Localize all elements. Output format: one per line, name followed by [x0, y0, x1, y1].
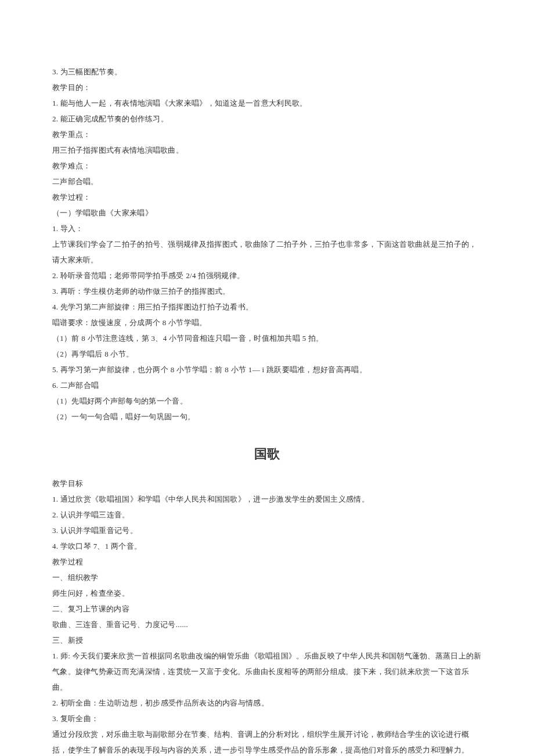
text-line: 1. 能与他人一起，有表情地演唱《大家来唱》，知道这是一首意大利民歌。 [52, 95, 482, 111]
section-title: 国歌 [52, 445, 482, 463]
text-line: 教学过程 [52, 554, 482, 570]
text-line: 一、组织教学 [52, 570, 482, 585]
text-line: 1. 导入： [52, 221, 482, 236]
text-line: 3. 认识并学唱重音记号。 [52, 523, 482, 538]
text-line: 1. 师: 今天我们要来欣赏一首根据同名歌曲改编的铜管乐曲《歌唱祖国》。乐曲反映… [52, 648, 482, 695]
text-line: 二声部合唱。 [52, 174, 482, 189]
text-line: 三、新授 [52, 632, 482, 648]
text-line: 唱谱要求：放慢速度，分成两个 8 小节学唱。 [52, 315, 482, 330]
text-line: 1. 通过欣赏《歌唱祖国》和学唱《中华人民共和国国歌》，进一步激发学生的爱国主义… [52, 491, 482, 507]
text-line: 歌曲、三连音、重音记号、力度记号...... [52, 617, 482, 632]
text-line: 2. 认识并学唱三连音。 [52, 507, 482, 523]
text-line: （一）学唱歌曲《大家来唱》 [52, 205, 482, 221]
text-line: 4. 学吹口琴 7、1 两个音。 [52, 538, 482, 554]
text-line: 3. 复听全曲： [52, 711, 482, 726]
text-line: 5. 再学习第一声部旋律，也分两个 8 小节学唱：前 8 小节 1— i 跳跃要… [52, 362, 482, 377]
text-line: 2. 初听全曲：生边听边想，初步感受作品所表达的内容与情感。 [52, 695, 482, 711]
text-line: 二、复习上节课的内容 [52, 601, 482, 617]
text-line: 3. 再听：学生模仿老师的动作做三拍子的指挥图式。 [52, 283, 482, 299]
text-line: （2）再学唱后 8 小节。 [52, 346, 482, 362]
text-line: 6. 二声部合唱 [52, 377, 482, 393]
text-line: 教学过程： [52, 189, 482, 205]
text-line: 3. 为三幅图配节奏。 [52, 64, 482, 80]
text-line: （2）一句一句合唱，唱好一句巩固一句。 [52, 409, 482, 424]
text-line: （1）前 8 小节注意连线，第 3、4 小节同音相连只唱一音，时值相加共唱 5 … [52, 330, 482, 346]
text-line: 用三拍子指挥图式有表情地演唱歌曲。 [52, 142, 482, 158]
text-line: 师生问好，检查坐姿。 [52, 585, 482, 601]
text-line: 2. 能正确完成配节奏的创作练习。 [52, 111, 482, 127]
section-1: 3. 为三幅图配节奏。 教学目的： 1. 能与他人一起，有表情地演唱《大家来唱》… [52, 64, 482, 424]
section-2: 教学目标 1. 通过欣赏《歌唱祖国》和学唱《中华人民共和国国歌》，进一步激发学生… [52, 476, 482, 756]
text-line: 教学目的： [52, 80, 482, 95]
text-line: 上节课我们学会了二拍子的拍号、强弱规律及指挥图式，歌曲除了二拍子外，三拍子也非常… [52, 236, 482, 268]
text-line: 4. 先学习第二声部旋律：用三拍子指挥图边打拍子边看书。 [52, 299, 482, 315]
text-line: （1）先唱好两个声部每句的第一个音。 [52, 393, 482, 409]
text-line: 2. 聆听录音范唱；老师带同学拍手感受 2/4 拍强弱规律。 [52, 268, 482, 283]
text-line: 教学难点： [52, 158, 482, 174]
text-line: 教学目标 [52, 476, 482, 491]
document-page: 3. 为三幅图配节奏。 教学目的： 1. 能与他人一起，有表情地演唱《大家来唱》… [0, 0, 534, 756]
text-line: 通过分段欣赏，对乐曲主歌与副歌部分在节奏、结构、音调上的分析对比，组织学生展开讨… [52, 726, 482, 756]
text-line: 教学重点： [52, 127, 482, 142]
